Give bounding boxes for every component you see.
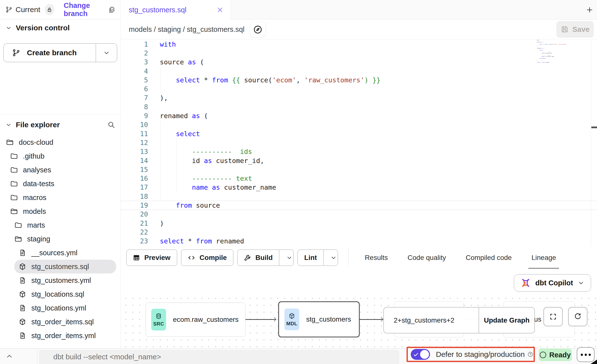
tree-item-marts[interactable]: marts: [0, 218, 121, 232]
lint-button[interactable]: Lint: [298, 250, 338, 266]
line-number: 21: [121, 219, 148, 227]
compass-icon: [253, 25, 263, 35]
file-tree: docs-cloud.githubanalysesdata-testsmacro…: [0, 135, 121, 343]
folder-icon: [10, 152, 18, 160]
version-control-title: Version control: [16, 24, 70, 32]
indent-guide: [160, 67, 161, 93]
line-number: 15: [121, 166, 148, 173]
change-branch-link[interactable]: Change branch: [64, 1, 108, 18]
code-editor[interactable]: 1with23source as (45 select * from {{ so…: [121, 40, 597, 247]
copy-icon[interactable]: [108, 5, 116, 14]
tree-item-docs-cloud[interactable]: docs-cloud: [0, 135, 121, 149]
build-button[interactable]: Build: [237, 250, 294, 266]
lineage-selector-input[interactable]: 2+stg_customers+2: [384, 316, 479, 324]
tree-item-stg_locations.sql[interactable]: stg_locations.sql: [0, 287, 121, 301]
file-label: stg_locations.yml: [31, 304, 86, 312]
code-line: 19 from source: [121, 201, 597, 210]
fullscreen-button[interactable]: [543, 307, 563, 326]
file-label: stg_order_items.sql: [31, 318, 94, 326]
tree-item-models[interactable]: models: [0, 204, 121, 218]
create-branch-main[interactable]: Create branch: [4, 44, 96, 62]
lint-dropdown[interactable]: [323, 250, 338, 266]
copilot-compass-button[interactable]: [250, 22, 266, 37]
lineage-edge: [359, 319, 383, 320]
lineage-node-source[interactable]: SRC ecom.raw_customers: [146, 303, 245, 337]
tree-item-__sources.yml[interactable]: __sources.yml: [0, 246, 121, 260]
tree-item-analyses[interactable]: analyses: [0, 163, 121, 177]
folder-open-icon: [14, 235, 22, 243]
tab-compiled-code[interactable]: Compiled code: [465, 249, 513, 266]
refresh-button[interactable]: [568, 307, 587, 326]
node-label: stg_customers: [306, 315, 351, 323]
update-graph-button[interactable]: Update Graph: [479, 308, 534, 333]
breadcrumb: models / staging / stg_customers.sql: [129, 25, 244, 34]
line-number: 13: [121, 148, 148, 155]
tree-item-stg_customers.yml[interactable]: stg_customers.yml: [0, 273, 121, 287]
build-label: Build: [255, 254, 273, 262]
lint-label: Lint: [304, 254, 317, 262]
lineage-node-stg-customers[interactable]: MDL stg_customers: [278, 301, 360, 337]
breadcrumb-bar: models / staging / stg_customers.sql Sav…: [121, 20, 597, 39]
code-line: 23select * from renamed: [121, 237, 597, 246]
create-branch-button[interactable]: Create branch: [3, 43, 117, 62]
tab-results[interactable]: Results: [364, 249, 389, 266]
compile-button[interactable]: Compile: [181, 250, 233, 266]
file-icon: [19, 304, 26, 312]
command-input[interactable]: [39, 350, 399, 364]
build-dropdown[interactable]: [279, 250, 293, 266]
file-icon: [19, 249, 26, 257]
question-icon[interactable]: [527, 351, 534, 358]
tree-item-stg_locations.yml[interactable]: stg_locations.yml: [0, 301, 121, 315]
code-line: 11 select: [121, 129, 597, 138]
tree-item-stg_customers.sql[interactable]: stg_customers.sql: [14, 260, 116, 273]
defer-toggle[interactable]: [411, 349, 430, 360]
tab-title: stg_customers.sql: [129, 6, 187, 14]
tab-lineage[interactable]: Lineage: [530, 249, 557, 266]
status-bar-divider: [37, 348, 37, 364]
search-icon[interactable]: [107, 121, 115, 129]
file-label: stg_locations.sql: [31, 290, 84, 298]
save-button[interactable]: Save: [557, 21, 594, 37]
file-label: models: [23, 207, 46, 216]
toolbar-divider: [348, 249, 349, 267]
fullscreen-icon: [549, 312, 557, 321]
new-tab-plus-icon[interactable]: [586, 6, 594, 14]
more-options-button[interactable]: [577, 347, 595, 362]
refresh-icon: [574, 312, 582, 321]
tree-item-staging[interactable]: staging: [0, 232, 121, 246]
code-line: [537, 63, 567, 63]
tree-item-stg_order_items.yml[interactable]: stg_order_items.yml: [0, 329, 121, 343]
chevron-down-icon: [5, 25, 12, 31]
folder-icon: [10, 194, 18, 201]
chevron-down-icon: [330, 255, 337, 261]
tree-item-data-tests[interactable]: data-tests: [0, 177, 121, 191]
close-icon[interactable]: [216, 6, 224, 14]
code-line: 16 ---------- text: [121, 174, 597, 183]
version-control-header[interactable]: Version control: [0, 20, 121, 36]
dbt-copilot-label: dbt Copilot: [535, 279, 573, 287]
preview-button[interactable]: Preview: [126, 250, 177, 266]
tree-item-macros[interactable]: macros: [0, 191, 121, 204]
tree-item-stg_order_items.sql[interactable]: stg_order_items.sql: [0, 315, 121, 329]
code-line: 15: [121, 165, 597, 174]
create-branch-dropdown[interactable]: [96, 44, 117, 62]
chevron-up-icon[interactable]: [5, 352, 13, 360]
editor-scrollbar-thumb[interactable]: [591, 127, 597, 128]
table-icon: [132, 254, 140, 262]
editor-scrollbar-track: [591, 40, 591, 247]
editor-minimap[interactable]: withsource as ( select * from {{ source(…: [537, 40, 567, 63]
model-icon: [19, 290, 26, 298]
file-explorer-header[interactable]: File explorer: [0, 117, 121, 133]
tab-code-quality[interactable]: Code quality: [407, 249, 447, 266]
dbt-copilot-button[interactable]: dbt Copilot: [514, 274, 591, 291]
line-number: 17: [121, 183, 148, 191]
tab-stg-customers-sql[interactable]: stg_customers.sql: [121, 0, 231, 20]
file-label: stg_customers.yml: [31, 276, 91, 285]
code-line: 10: [121, 120, 597, 129]
line-number: 12: [121, 139, 148, 146]
line-number: 10: [121, 121, 148, 128]
file-icon: [19, 276, 26, 284]
indent-guide: [176, 138, 177, 192]
code-line: 3source as (: [121, 58, 597, 67]
tree-item-.github[interactable]: .github: [0, 149, 121, 163]
